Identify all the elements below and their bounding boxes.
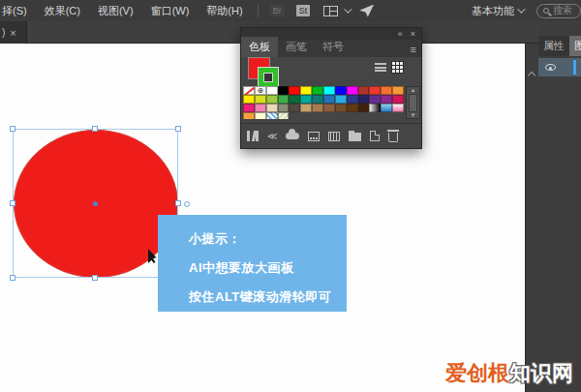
- menu-item[interactable]: 帮助(H): [198, 0, 251, 21]
- swatch[interactable]: [369, 95, 381, 104]
- swatch[interactable]: [300, 86, 312, 95]
- list-view-icon[interactable]: [375, 62, 386, 73]
- swatch[interactable]: [381, 86, 392, 95]
- tab-brushes[interactable]: 画笔: [278, 37, 315, 57]
- stroke-color-indicator[interactable]: [259, 68, 278, 87]
- swatch[interactable]: [312, 86, 323, 95]
- selection-handle-sw[interactable]: [10, 275, 15, 281]
- swatch[interactable]: [312, 104, 323, 112]
- menu-item[interactable]: 效果(C): [36, 0, 89, 21]
- menu-item[interactable]: 窗口(W): [142, 0, 199, 21]
- new-swatch-icon[interactable]: [370, 131, 380, 141]
- swatch[interactable]: [312, 95, 323, 104]
- delete-swatch-icon[interactable]: [388, 133, 398, 142]
- selection-handle-e-widget[interactable]: [184, 201, 190, 207]
- selection-handle-n[interactable]: [92, 126, 98, 132]
- close-panel-icon[interactable]: ×: [411, 30, 415, 39]
- swatch[interactable]: [289, 112, 300, 119]
- swatch[interactable]: [300, 112, 312, 119]
- swatch[interactable]: [381, 104, 392, 112]
- selection-handle-nw[interactable]: [10, 126, 15, 132]
- shape-center-point[interactable]: [93, 201, 98, 206]
- search-input[interactable]: 搜索: [536, 4, 581, 18]
- swatch-options-icon[interactable]: [308, 132, 320, 141]
- swatch[interactable]: [243, 86, 255, 95]
- swatch[interactable]: [243, 112, 255, 119]
- swatch[interactable]: [369, 112, 381, 119]
- swatch[interactable]: [358, 112, 370, 119]
- canvas-vertical-scrollbar[interactable]: [525, 44, 538, 392]
- close-icon[interactable]: ×: [10, 27, 15, 39]
- swatch[interactable]: [392, 104, 404, 112]
- selection-handle-s[interactable]: [92, 275, 98, 281]
- document-tab[interactable]: ) ×: [0, 21, 27, 44]
- swatch[interactable]: [266, 112, 278, 119]
- swatch[interactable]: [323, 104, 335, 112]
- swatch[interactable]: [335, 95, 347, 104]
- swatch[interactable]: [243, 95, 255, 104]
- swatch[interactable]: [278, 95, 290, 104]
- swatch[interactable]: [347, 112, 358, 119]
- layer-row[interactable]: [538, 58, 581, 76]
- scroll-up-icon[interactable]: [528, 72, 535, 79]
- swatch-libraries-icon[interactable]: [247, 131, 259, 141]
- swatch[interactable]: [392, 95, 404, 104]
- color-themes-icon[interactable]: [328, 132, 340, 141]
- swatch[interactable]: [278, 86, 290, 95]
- swatch[interactable]: [255, 112, 266, 119]
- swatch[interactable]: [255, 104, 266, 112]
- swatch[interactable]: [289, 95, 300, 104]
- stock-icon[interactable]: St: [296, 5, 311, 16]
- swatch[interactable]: [358, 86, 370, 95]
- swatch[interactable]: [312, 112, 323, 119]
- swatch[interactable]: [347, 104, 358, 112]
- collapse-panel-icon[interactable]: «: [398, 30, 403, 39]
- tab-symbols[interactable]: 符号: [315, 37, 352, 57]
- swatch[interactable]: [358, 104, 370, 112]
- add-to-library-icon[interactable]: [286, 133, 299, 139]
- layer-visibility-eye-icon[interactable]: [545, 64, 556, 71]
- scroll-up-icon[interactable]: ▲: [407, 87, 419, 93]
- menu-item[interactable]: 择(S): [0, 0, 36, 21]
- tab-properties[interactable]: 属性: [538, 39, 569, 53]
- selection-handle-ne[interactable]: [175, 126, 181, 132]
- swatch[interactable]: [323, 86, 335, 95]
- swatch[interactable]: [266, 95, 278, 104]
- swatch[interactable]: [323, 112, 335, 119]
- new-color-group-icon[interactable]: [349, 133, 361, 141]
- swatch[interactable]: [369, 104, 381, 112]
- grid-view-icon[interactable]: [391, 61, 404, 74]
- swatch-scrollbar[interactable]: ▲ ▼: [406, 86, 420, 119]
- chevron-down-icon[interactable]: [344, 5, 352, 13]
- scrollbar-thumb[interactable]: [409, 94, 417, 112]
- swatch[interactable]: [278, 112, 290, 119]
- swatch[interactable]: [335, 112, 347, 119]
- swatch[interactable]: [323, 95, 335, 104]
- swatch[interactable]: [381, 112, 392, 119]
- swatch[interactable]: [392, 112, 404, 119]
- swatch[interactable]: [243, 104, 255, 112]
- share-icon[interactable]: [359, 5, 374, 17]
- swatch[interactable]: [392, 86, 404, 95]
- swatch[interactable]: [300, 95, 312, 104]
- swatch[interactable]: [335, 104, 347, 112]
- swatch[interactable]: [369, 86, 381, 95]
- tab-swatches[interactable]: 色板: [241, 37, 278, 57]
- tab-layers[interactable]: 图层: [569, 36, 581, 56]
- selection-handle-e[interactable]: [175, 200, 181, 206]
- menu-item[interactable]: 视图(V): [89, 0, 142, 21]
- scroll-down-icon[interactable]: ▼: [407, 112, 419, 118]
- swatch[interactable]: [358, 95, 370, 104]
- swatch[interactable]: [255, 95, 266, 104]
- swatch[interactable]: [300, 104, 312, 112]
- swatch[interactable]: [289, 104, 300, 112]
- swatch[interactable]: [289, 86, 300, 95]
- swatch[interactable]: [381, 95, 392, 104]
- swatch-kinds-icon[interactable]: ≪: [267, 131, 277, 141]
- bridge-icon[interactable]: Br: [270, 5, 285, 16]
- arrange-documents-icon[interactable]: [323, 6, 338, 16]
- swatch[interactable]: [278, 104, 290, 112]
- workspace-switcher[interactable]: 基本功能: [472, 4, 523, 18]
- swatch[interactable]: [255, 86, 266, 95]
- swatch[interactable]: [335, 86, 347, 95]
